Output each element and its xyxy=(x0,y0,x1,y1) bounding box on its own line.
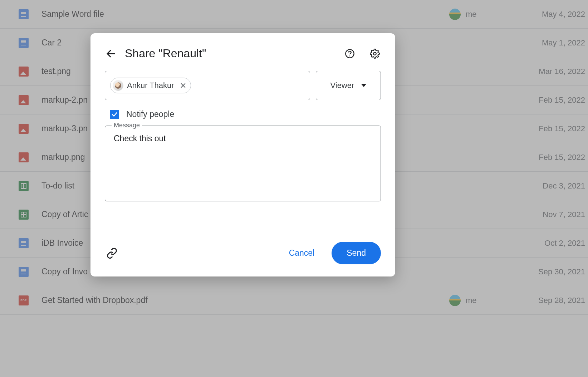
notify-row: Notify people xyxy=(105,109,381,119)
share-input-row: Ankur Thakur Viewer xyxy=(105,71,381,100)
notify-label: Notify people xyxy=(126,109,174,119)
role-dropdown[interactable]: Viewer xyxy=(316,71,381,100)
people-input[interactable]: Ankur Thakur xyxy=(105,71,310,100)
close-icon xyxy=(180,82,186,89)
message-legend: Message xyxy=(112,122,142,129)
svg-point-3 xyxy=(373,52,376,55)
notify-checkbox[interactable] xyxy=(110,110,119,119)
back-button[interactable] xyxy=(105,48,117,60)
settings-button[interactable] xyxy=(369,48,381,60)
help-icon xyxy=(345,49,355,59)
message-input[interactable] xyxy=(114,134,372,193)
caret-down-icon xyxy=(361,84,366,87)
share-dialog: Share "Renault" Ankur Thakur Viewer No xyxy=(90,33,395,276)
role-dropdown-label: Viewer xyxy=(330,81,354,90)
message-field: Message xyxy=(105,126,381,201)
dialog-footer: Cancel Send xyxy=(105,231,381,264)
dialog-header: Share "Renault" xyxy=(105,47,381,60)
person-chip-label: Ankur Thakur xyxy=(127,81,174,90)
svg-point-2 xyxy=(349,55,350,56)
person-avatar xyxy=(113,80,123,91)
dialog-title: Share "Renault" xyxy=(125,47,336,60)
arrow-left-icon xyxy=(106,48,116,59)
check-icon xyxy=(111,111,118,118)
person-chip: Ankur Thakur xyxy=(110,78,191,93)
link-icon xyxy=(106,248,118,259)
send-button[interactable]: Send xyxy=(332,242,381,264)
remove-person-button[interactable] xyxy=(180,82,186,89)
help-button[interactable] xyxy=(344,48,356,60)
cancel-button[interactable]: Cancel xyxy=(279,243,325,264)
copy-link-button[interactable] xyxy=(105,246,119,260)
gear-icon xyxy=(370,49,380,59)
